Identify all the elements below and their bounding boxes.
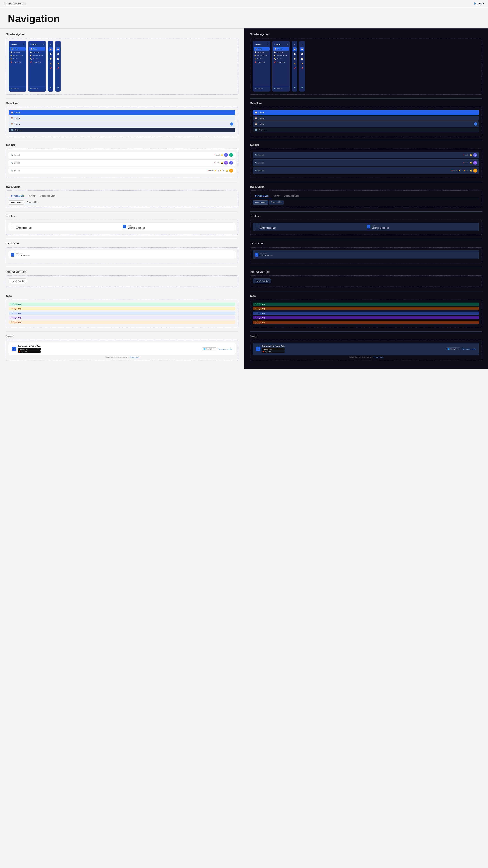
tab-activity-dark[interactable]: Activity [270,193,282,198]
tab-personal-bio[interactable]: Personal Bio [9,193,27,198]
google-play-badge-dark[interactable]: ▶ Google Play [262,348,285,350]
nav-icon-future-dark-3[interactable]: 📌 [293,66,296,70]
nav-icon-settings-4[interactable]: ⚙️ [56,86,60,90]
nav-item-home-dark-2[interactable]: 🏠 Home [273,47,289,51]
menu-item-settings[interactable]: ⚙️ Settings [9,128,235,132]
bell-icon-2[interactable]: 🔔 [221,162,223,164]
nav-icon-settings-dark-3[interactable]: ⚙️ [293,86,296,90]
search-bar-3[interactable]: 🔍 Search [11,169,206,172]
tab-share-item-dark-1[interactable]: Personal Bio [253,200,268,205]
menu-item-home-normal[interactable]: 🏠 Home [9,116,235,121]
nav-icon-home-3[interactable]: 🏠 [48,48,53,51]
search-bar-2[interactable]: 🔍 Search [11,162,213,164]
nav-icon-practice-3[interactable]: ✏️ [48,62,53,65]
interest-item-dark[interactable]: Creative arts [253,278,271,283]
nav-icon-home-4[interactable]: 🏠 [56,48,60,51]
resource-center-link-dark[interactable]: Resource center [462,348,476,350]
tab-share-item-1[interactable]: Personal Bio [9,200,24,205]
menu-item-home-badge-dark[interactable]: 🏠 Home ! [253,121,479,127]
tag-3[interactable]: College prep [9,312,235,315]
list-item-check-dark-2[interactable]: ✓ [367,225,370,228]
bell-icon-1[interactable]: 🔔 [221,154,223,156]
nav-item-home-dark-1[interactable]: 🏠 Home [254,47,269,51]
menu-item-home-normal-dark[interactable]: 🏠 Home [253,116,479,121]
privacy-policy-link-dark[interactable]: Privacy Policy [373,356,383,358]
menu-item-home-badge[interactable]: 🏠 Home ! [9,121,235,127]
avatar-dark-2[interactable]: V [473,161,477,165]
tag-5[interactable]: College prep [9,320,235,324]
bell-icon-dark-1[interactable]: 🔔 [470,154,472,156]
nav-icon-chat-3[interactable]: 💬 [48,52,53,56]
menu-item-home-active[interactable]: 🏠 Home [9,110,235,115]
nav-item-future-2[interactable]: 📌 Future Path [28,61,46,64]
tab-share-item-2[interactable]: Personal Bio [25,200,40,205]
nav-item-future-dark-1[interactable]: 📌 Future Path [253,61,270,64]
nav-icon-chat-dark-3[interactable]: 💬 [293,52,296,56]
nav-item-practice-1[interactable]: ✏️ Practice [9,57,26,61]
breadcrumb[interactable]: Digital Guidelines [4,2,26,5]
nav-icon-home-dark-3[interactable]: 🏠 [293,48,296,51]
avatar-dark-1[interactable]: U [473,153,477,157]
bell-icon-3[interactable]: 🔔 [226,169,228,172]
search-bar-1[interactable]: 🔍 Search [11,154,213,156]
tag-dark-3[interactable]: College prep [253,312,479,315]
app-store-badge[interactable]: 🍎 App Store [18,350,41,353]
list-section-check[interactable]: ✓ [11,253,14,256]
nav-icon-review-dark-4[interactable]: 📝 [300,57,304,61]
tab-academic-data[interactable]: Academic Data [38,193,57,198]
nav-icon-chat-4[interactable]: 💬 [56,52,60,56]
search-bar-dark-2[interactable]: 🔍 Search [255,162,462,164]
nav-item-future-dark-2[interactable]: 📌 Future Path [272,61,290,64]
tag-dark-5[interactable]: College prep [253,320,479,324]
menu-item-home-active-dark[interactable]: 🏠 Home [253,110,479,115]
tab-share-item-dark-2[interactable]: Personal Bio [269,200,284,205]
avatar-5[interactable]: Y [229,168,233,173]
nav-icon-review-3[interactable]: 📝 [48,57,53,61]
google-play-badge[interactable]: ▶ Google Play [18,348,41,350]
nav-item-home-1[interactable]: 🏠 Home [9,47,26,51]
privacy-policy-link[interactable]: Privacy Policy [130,356,139,358]
tab-academic-data-dark[interactable]: Academic Data [282,193,301,198]
nav-icon-practice-dark-3[interactable]: ✏️ [293,62,296,65]
tab-activity[interactable]: Activity [27,193,38,198]
nav-item-future-1[interactable]: 📌 Future Path [9,61,26,64]
interest-item[interactable]: Creative arts [9,278,27,283]
list-section-check-dark[interactable]: ✓ [255,253,258,256]
nav-item-review-2[interactable]: 📝 Review Center [28,54,46,57]
nav-icon-practice-4[interactable]: ✏️ [56,62,60,65]
nav-item-practice-dark-1[interactable]: ✏️ Practice [253,57,270,61]
tag-dark-2[interactable]: College prep [253,307,479,310]
nav-item-livechat-dark-1[interactable]: 💬 Live Chat [253,51,270,54]
list-item-check-2[interactable]: ✓ [123,225,126,228]
nav-item-practice-2[interactable]: ✏️ Practice [28,57,46,61]
tag-dark-1[interactable]: College prep [253,303,479,306]
language-selector[interactable]: 🌐 English ▼ [202,347,216,350]
nav-item-livechat-2[interactable]: 💬 Live Chat [28,51,46,54]
nav-icon-review-dark-3[interactable]: 📝 [293,57,296,61]
tag-2[interactable]: College prep [9,307,235,310]
nav-item-practice-dark-2[interactable]: ✏️ Practice [272,57,290,61]
list-item-check-dark-1[interactable] [255,225,258,228]
nav-icon-review-4[interactable]: 📝 [56,57,60,61]
tag-4[interactable]: College prep [9,316,235,319]
nav-icon-settings-dark-4[interactable]: ⚙️ [300,86,304,90]
avatar-3[interactable]: W [224,161,228,165]
nav-icon-settings-3[interactable]: ⚙️ [48,86,53,90]
tag-1[interactable]: College prep [9,303,235,306]
bell-icon-dark-3[interactable]: 🔔 [470,169,472,172]
nav-icon-home-dark-4[interactable]: 🏠 [300,48,304,51]
bell-icon-dark-2[interactable]: 🔔 [470,162,472,164]
search-bar-dark-1[interactable]: 🔍 Search [255,154,462,156]
nav-icon-practice-dark-4[interactable]: ✏️ [300,62,304,65]
resource-center-link[interactable]: Resource center [218,348,232,350]
nav-item-home-2[interactable]: 🏠 Home [29,47,45,51]
nav-icon-future-3[interactable]: 📌 [48,66,53,70]
list-item-check-1[interactable] [11,225,14,228]
nav-item-review-1[interactable]: 📝 Review Center [9,54,26,57]
menu-item-settings-dark[interactable]: ⚙️ Settings [253,128,479,132]
nav-icon-future-4[interactable]: 📌 [56,66,60,70]
nav-item-review-dark-1[interactable]: 📝 Review Center [253,54,270,57]
nav-item-review-dark-2[interactable]: 📝 Review Center [272,54,290,57]
avatar-1[interactable]: U [224,153,228,157]
avatar-4[interactable]: X [229,161,233,165]
